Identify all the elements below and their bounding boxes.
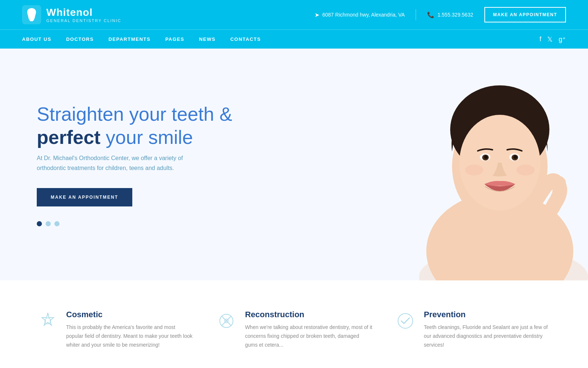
- cosmetic-description: This is probably the America's favorite …: [66, 323, 194, 349]
- hero-subtitle: At Dr. Michael's Orthodontic Center, we …: [37, 153, 206, 173]
- logo-tagline: GENERAL DENTISTRY CLINIC: [46, 18, 121, 23]
- header-appointment-button[interactable]: MAKE AN APPOINTMENT: [484, 7, 566, 22]
- phone-item: 📞 1.555.329.5632: [427, 11, 473, 18]
- divider: [416, 9, 416, 20]
- prevention-icon: [395, 311, 416, 331]
- service-prevention: Prevention Teeth cleanings, Fluoride and…: [394, 310, 551, 349]
- svg-point-16: [516, 164, 535, 176]
- hero-title-bold: perfect: [37, 127, 100, 148]
- hero-cta-button[interactable]: MAKE AN APPOINTMENT: [37, 188, 132, 206]
- facebook-icon[interactable]: f: [539, 35, 541, 43]
- nav-departments[interactable]: DEPARTMENTS: [108, 36, 150, 42]
- slider-dots: [37, 221, 243, 226]
- location-icon: ➤: [315, 11, 319, 18]
- slider-dot-3[interactable]: [54, 221, 60, 226]
- hero-woman-illustration: [404, 49, 588, 280]
- nav-news[interactable]: NEWS: [199, 36, 216, 42]
- twitter-icon[interactable]: 𝕏: [547, 35, 553, 43]
- services-section: Cosmetic This is probably the America's …: [0, 280, 588, 368]
- svg-point-1: [25, 10, 27, 12]
- phone-icon: 📞: [427, 11, 434, 18]
- social-icons-group: f 𝕏 g⁺: [539, 35, 566, 43]
- top-header: Whitenol GENERAL DENTISTRY CLINIC ➤ 6087…: [0, 0, 588, 29]
- reconstruction-description: When we're talking about restorative den…: [245, 323, 373, 349]
- svg-point-22: [398, 314, 413, 328]
- prevention-icon-wrap: [394, 310, 416, 332]
- hero-section: Straighten your teeth & perfect your smi…: [0, 49, 588, 280]
- tooth-logo-icon: [22, 5, 41, 24]
- hero-title-line1: Straighten your teeth &: [37, 103, 232, 125]
- svg-point-12: [484, 155, 488, 159]
- services-grid: Cosmetic This is probably the America's …: [37, 310, 551, 349]
- service-reconstruction: Reconstruction When we're talking about …: [216, 310, 373, 349]
- address-item: ➤ 6087 Richmond hwy, Alexandria, VA: [315, 11, 405, 18]
- hero-content: Straighten your teeth & perfect your smi…: [0, 73, 279, 255]
- cosmetic-text: Cosmetic This is probably the America's …: [66, 310, 194, 349]
- prevention-text: Prevention Teeth cleanings, Fluoride and…: [424, 310, 551, 349]
- reconstruction-text: Reconstruction When we're talking about …: [245, 310, 373, 349]
- svg-point-13: [513, 155, 517, 159]
- nav-doctors[interactable]: DOCTORS: [66, 36, 94, 42]
- logo-text-block: Whitenol GENERAL DENTISTRY CLINIC: [46, 7, 121, 23]
- prevention-description: Teeth cleanings, Fluoride and Sealant ar…: [424, 323, 551, 349]
- nav-links-group: ABOUT US DOCTORS DEPARTMENTS PAGES NEWS …: [22, 36, 261, 42]
- cosmetic-title: Cosmetic: [66, 310, 194, 319]
- reconstruction-title: Reconstruction: [245, 310, 373, 319]
- svg-point-14: [548, 176, 566, 190]
- reconstruction-icon-wrap: [216, 310, 238, 332]
- address-text: 6087 Richmond hwy, Alexandria, VA: [322, 12, 405, 18]
- hero-title-line2: your smile: [100, 127, 193, 148]
- svg-point-15: [465, 164, 483, 176]
- nav-contacts[interactable]: CONTACTS: [230, 36, 261, 42]
- slider-dot-1[interactable]: [37, 221, 42, 226]
- nav-pages[interactable]: PAGES: [165, 36, 184, 42]
- cosmetic-icon-wrap: [37, 310, 59, 332]
- hero-image-area: [279, 49, 588, 280]
- nav-about-us[interactable]: ABOUT US: [22, 36, 51, 42]
- reconstruction-icon: [216, 311, 237, 331]
- googleplus-icon[interactable]: g⁺: [559, 35, 566, 43]
- slider-dot-2[interactable]: [46, 221, 51, 226]
- logo-area: Whitenol GENERAL DENTISTRY CLINIC: [22, 5, 121, 24]
- prevention-title: Prevention: [424, 310, 551, 319]
- hero-title: Straighten your teeth & perfect your smi…: [37, 103, 243, 149]
- service-cosmetic: Cosmetic This is probably the America's …: [37, 310, 194, 349]
- cosmetic-icon: [38, 311, 58, 331]
- logo-name: Whitenol: [46, 7, 121, 18]
- navigation-bar: ABOUT US DOCTORS DEPARTMENTS PAGES NEWS …: [0, 29, 588, 49]
- header-contact-group: ➤ 6087 Richmond hwy, Alexandria, VA 📞 1.…: [315, 7, 566, 22]
- phone-text: 1.555.329.5632: [437, 12, 473, 18]
